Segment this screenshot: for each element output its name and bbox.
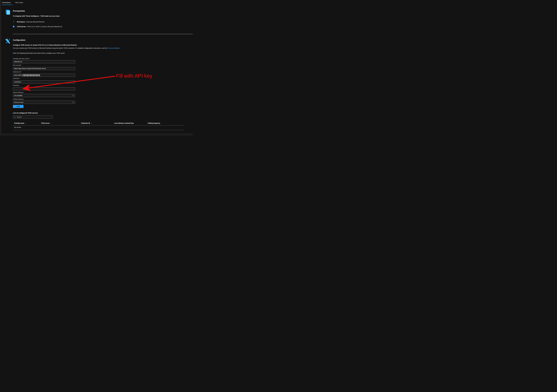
info-icon: i (13, 26, 15, 28)
sort-icon: ↑↓ (50, 123, 51, 124)
table-header-divider (13, 125, 184, 126)
section-divider (13, 34, 193, 34)
tab-instructions[interactable]: Instructions (2, 2, 11, 3)
column-header-last-indicator-time: Last indicator received time (114, 122, 134, 124)
prereq-item-taxii-server: TAXII Server:TAXII 2.0 or TAXII 2.1 Serv… (17, 26, 62, 28)
configuration-title: Configuration (13, 39, 25, 41)
prereq-item-text: TAXII 2.0 or TAXII 2.1 Server URI and Co… (27, 26, 62, 28)
configuration-icon (5, 38, 10, 44)
label-text: Password (13, 85, 19, 86)
active-tab-underline (2, 5, 13, 5)
label-text: Polling frequency (13, 98, 24, 100)
configuration-instruction: Enter the following information and sele… (13, 52, 65, 54)
server-list-title: List of configured TAXII servers (13, 112, 38, 114)
selected-value: All available (14, 95, 22, 96)
label-text: Import indicators: (13, 92, 24, 93)
column-header-collection-id[interactable]: Collection ID↑↓ (81, 122, 92, 124)
configuration-description: You can connect your TAXII servers to Mi… (13, 47, 120, 49)
required-asterisk: * (30, 58, 30, 59)
prerequisites-icon (6, 10, 10, 15)
password-input[interactable] (13, 87, 75, 90)
import-indicators-select[interactable]: All available (13, 94, 75, 97)
username-label: Username (13, 78, 19, 79)
polling-frequency-label: Polling frequency (13, 98, 24, 100)
description-period: . (120, 47, 120, 49)
prereq-item-label: Workspace: (17, 21, 25, 23)
label-text: Username (13, 78, 19, 79)
import-indicators-label: Import indicators: (13, 92, 24, 93)
username-input[interactable] (13, 80, 75, 83)
label-text: API root URL (13, 64, 21, 66)
add-button[interactable]: Add (13, 105, 24, 108)
collection-id-label: Collection ID* (13, 71, 22, 73)
redacted-blur-block (23, 74, 40, 76)
description-text: You can connect your TAXII servers to Mi… (13, 47, 107, 49)
sort-icon: ↑↓ (25, 123, 26, 124)
check-icon: ✓ (13, 21, 15, 23)
window-bottom-edge (0, 133, 193, 136)
full-documentation-link[interactable]: full documentation (107, 47, 120, 49)
column-header-taxii-server[interactable]: TAXII server↑↓ (41, 122, 51, 124)
api-root-url-label: API root URL* (13, 64, 22, 66)
selected-value: Once an hour (14, 102, 24, 103)
collection-id-input[interactable]: feed--b902c (13, 74, 75, 77)
column-label: Last indicator received time (114, 122, 134, 124)
label-text: Friendly name (for server) (13, 58, 29, 59)
polling-frequency-select[interactable]: Once an hour (13, 101, 75, 104)
prereq-item-label: TAXII Server: (17, 26, 26, 28)
friendly-name-input[interactable] (13, 60, 75, 63)
search-icon (14, 116, 16, 118)
prereq-item-workspace: Workspace:read and write permissions. (17, 21, 45, 23)
prerequisites-title: Prerequisites (13, 10, 25, 12)
sort-icon: ↑↓ (91, 123, 92, 124)
empty-table-message: No results (14, 127, 21, 128)
api-root-url-input[interactable] (13, 67, 75, 70)
required-asterisk: * (22, 64, 22, 66)
configuration-subtitle: Configure TAXII servers to stream STIX 2… (13, 44, 77, 46)
window-left-edge (0, 0, 1, 136)
friendly-name-label: Friendly name (for server)* (13, 58, 30, 59)
column-label: Polling frequency (148, 122, 160, 124)
password-label: Password (13, 85, 19, 86)
table-bottom-divider (13, 130, 184, 130)
column-header-polling-frequency: Polling frequency (148, 122, 160, 124)
column-label: Friendly name (14, 122, 24, 124)
column-header-friendly-name[interactable]: Friendly name↑↓ (14, 122, 26, 124)
column-label: TAXII server (41, 122, 49, 124)
column-label: Collection ID (81, 122, 90, 124)
annotation-text: Fill with API key (116, 73, 152, 79)
tab-next-steps[interactable]: Next steps (15, 2, 23, 3)
chevron-down-icon (72, 102, 74, 103)
prerequisites-intro: To integrate with Threat intelligence - … (13, 15, 60, 17)
collection-id-visible-text: feed--b902c (14, 74, 22, 76)
chevron-down-icon (72, 95, 74, 96)
required-asterisk: * (21, 71, 22, 73)
prereq-item-text: read and write permissions. (26, 21, 45, 23)
search-input[interactable] (16, 116, 51, 118)
label-text: Collection ID (13, 71, 21, 72)
server-search-box[interactable] (13, 115, 53, 119)
